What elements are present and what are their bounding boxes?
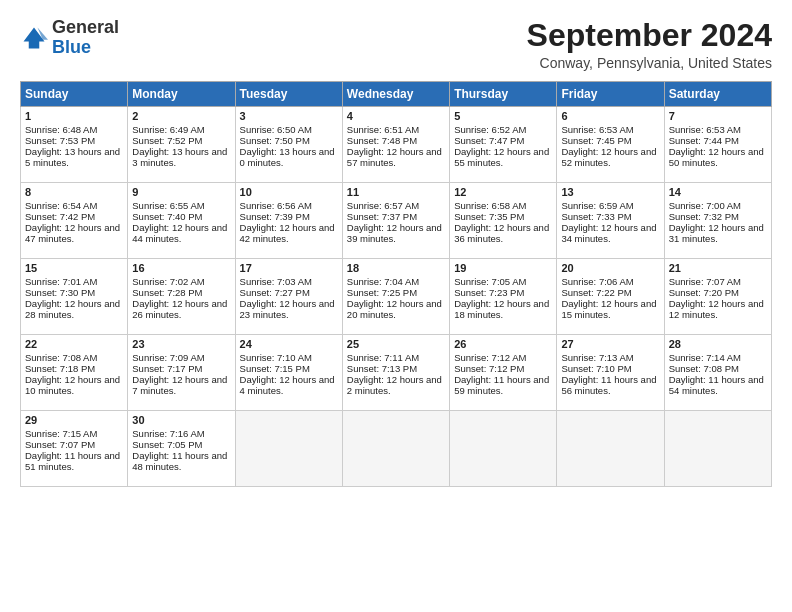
- table-row: [664, 411, 771, 487]
- day-number: 28: [669, 338, 767, 350]
- sunrise-label: Sunrise: 7:05 AM: [454, 276, 526, 287]
- sunrise-label: Sunrise: 6:53 AM: [561, 124, 633, 135]
- table-row: [235, 411, 342, 487]
- logo-icon: [20, 24, 48, 52]
- daylight-label: Daylight: 12 hours and 2 minutes.: [347, 374, 442, 396]
- table-row: 6Sunrise: 6:53 AMSunset: 7:45 PMDaylight…: [557, 107, 664, 183]
- daylight-label: Daylight: 12 hours and 26 minutes.: [132, 298, 227, 320]
- title-area: September 2024 Conway, Pennsylvania, Uni…: [527, 18, 772, 71]
- sunrise-label: Sunrise: 7:03 AM: [240, 276, 312, 287]
- table-row: 17Sunrise: 7:03 AMSunset: 7:27 PMDayligh…: [235, 259, 342, 335]
- calendar-week-4: 22Sunrise: 7:08 AMSunset: 7:18 PMDayligh…: [21, 335, 772, 411]
- sunrise-label: Sunrise: 7:04 AM: [347, 276, 419, 287]
- sunset-label: Sunset: 7:45 PM: [561, 135, 631, 146]
- daylight-label: Daylight: 12 hours and 34 minutes.: [561, 222, 656, 244]
- sunset-label: Sunset: 7:37 PM: [347, 211, 417, 222]
- table-row: 12Sunrise: 6:58 AMSunset: 7:35 PMDayligh…: [450, 183, 557, 259]
- header-saturday: Saturday: [664, 82, 771, 107]
- day-number: 22: [25, 338, 123, 350]
- day-number: 1: [25, 110, 123, 122]
- sunset-label: Sunset: 7:32 PM: [669, 211, 739, 222]
- sunset-label: Sunset: 7:05 PM: [132, 439, 202, 450]
- calendar-week-1: 1Sunrise: 6:48 AMSunset: 7:53 PMDaylight…: [21, 107, 772, 183]
- sunset-label: Sunset: 7:30 PM: [25, 287, 95, 298]
- header-wednesday: Wednesday: [342, 82, 449, 107]
- sunrise-label: Sunrise: 7:14 AM: [669, 352, 741, 363]
- calendar-week-5: 29Sunrise: 7:15 AMSunset: 7:07 PMDayligh…: [21, 411, 772, 487]
- logo-general: General: [52, 18, 119, 38]
- day-number: 29: [25, 414, 123, 426]
- sunrise-label: Sunrise: 6:50 AM: [240, 124, 312, 135]
- header-friday: Friday: [557, 82, 664, 107]
- sunset-label: Sunset: 7:20 PM: [669, 287, 739, 298]
- sunset-label: Sunset: 7:50 PM: [240, 135, 310, 146]
- sunset-label: Sunset: 7:23 PM: [454, 287, 524, 298]
- sunset-label: Sunset: 7:35 PM: [454, 211, 524, 222]
- table-row: 9Sunrise: 6:55 AMSunset: 7:40 PMDaylight…: [128, 183, 235, 259]
- month-title: September 2024: [527, 18, 772, 53]
- day-number: 2: [132, 110, 230, 122]
- daylight-label: Daylight: 13 hours and 0 minutes.: [240, 146, 335, 168]
- day-number: 19: [454, 262, 552, 274]
- sunrise-label: Sunrise: 6:51 AM: [347, 124, 419, 135]
- sunrise-label: Sunrise: 7:02 AM: [132, 276, 204, 287]
- day-number: 26: [454, 338, 552, 350]
- daylight-label: Daylight: 11 hours and 59 minutes.: [454, 374, 549, 396]
- day-number: 17: [240, 262, 338, 274]
- table-row: 1Sunrise: 6:48 AMSunset: 7:53 PMDaylight…: [21, 107, 128, 183]
- sunrise-label: Sunrise: 6:53 AM: [669, 124, 741, 135]
- table-row: 5Sunrise: 6:52 AMSunset: 7:47 PMDaylight…: [450, 107, 557, 183]
- sunset-label: Sunset: 7:15 PM: [240, 363, 310, 374]
- daylight-label: Daylight: 13 hours and 3 minutes.: [132, 146, 227, 168]
- table-row: 18Sunrise: 7:04 AMSunset: 7:25 PMDayligh…: [342, 259, 449, 335]
- table-row: 7Sunrise: 6:53 AMSunset: 7:44 PMDaylight…: [664, 107, 771, 183]
- day-number: 8: [25, 186, 123, 198]
- sunrise-label: Sunrise: 6:48 AM: [25, 124, 97, 135]
- sunrise-label: Sunrise: 7:06 AM: [561, 276, 633, 287]
- sunset-label: Sunset: 7:52 PM: [132, 135, 202, 146]
- sunrise-label: Sunrise: 7:10 AM: [240, 352, 312, 363]
- table-row: 23Sunrise: 7:09 AMSunset: 7:17 PMDayligh…: [128, 335, 235, 411]
- sunrise-label: Sunrise: 7:15 AM: [25, 428, 97, 439]
- table-row: 20Sunrise: 7:06 AMSunset: 7:22 PMDayligh…: [557, 259, 664, 335]
- sunrise-label: Sunrise: 6:49 AM: [132, 124, 204, 135]
- table-row: 16Sunrise: 7:02 AMSunset: 7:28 PMDayligh…: [128, 259, 235, 335]
- day-number: 12: [454, 186, 552, 198]
- day-number: 14: [669, 186, 767, 198]
- day-number: 7: [669, 110, 767, 122]
- sunset-label: Sunset: 7:33 PM: [561, 211, 631, 222]
- table-row: 14Sunrise: 7:00 AMSunset: 7:32 PMDayligh…: [664, 183, 771, 259]
- sunrise-label: Sunrise: 6:55 AM: [132, 200, 204, 211]
- sunset-label: Sunset: 7:44 PM: [669, 135, 739, 146]
- table-row: 10Sunrise: 6:56 AMSunset: 7:39 PMDayligh…: [235, 183, 342, 259]
- sunset-label: Sunset: 7:07 PM: [25, 439, 95, 450]
- daylight-label: Daylight: 12 hours and 36 minutes.: [454, 222, 549, 244]
- table-row: 28Sunrise: 7:14 AMSunset: 7:08 PMDayligh…: [664, 335, 771, 411]
- sunrise-label: Sunrise: 7:08 AM: [25, 352, 97, 363]
- daylight-label: Daylight: 12 hours and 52 minutes.: [561, 146, 656, 168]
- daylight-label: Daylight: 11 hours and 56 minutes.: [561, 374, 656, 396]
- header-area: General Blue September 2024 Conway, Penn…: [20, 18, 772, 71]
- sunrise-label: Sunrise: 7:16 AM: [132, 428, 204, 439]
- page: General Blue September 2024 Conway, Penn…: [0, 0, 792, 497]
- day-number: 4: [347, 110, 445, 122]
- sunset-label: Sunset: 7:13 PM: [347, 363, 417, 374]
- daylight-label: Daylight: 12 hours and 31 minutes.: [669, 222, 764, 244]
- daylight-label: Daylight: 12 hours and 15 minutes.: [561, 298, 656, 320]
- day-number: 23: [132, 338, 230, 350]
- table-row: 24Sunrise: 7:10 AMSunset: 7:15 PMDayligh…: [235, 335, 342, 411]
- sunset-label: Sunset: 7:17 PM: [132, 363, 202, 374]
- day-number: 20: [561, 262, 659, 274]
- sunset-label: Sunset: 7:12 PM: [454, 363, 524, 374]
- header-sunday: Sunday: [21, 82, 128, 107]
- sunset-label: Sunset: 7:22 PM: [561, 287, 631, 298]
- daylight-label: Daylight: 12 hours and 23 minutes.: [240, 298, 335, 320]
- daylight-label: Daylight: 12 hours and 10 minutes.: [25, 374, 120, 396]
- daylight-label: Daylight: 12 hours and 12 minutes.: [669, 298, 764, 320]
- daylight-label: Daylight: 12 hours and 39 minutes.: [347, 222, 442, 244]
- day-number: 25: [347, 338, 445, 350]
- day-number: 6: [561, 110, 659, 122]
- table-row: 8Sunrise: 6:54 AMSunset: 7:42 PMDaylight…: [21, 183, 128, 259]
- sunrise-label: Sunrise: 7:00 AM: [669, 200, 741, 211]
- logo-text: General Blue: [52, 18, 119, 58]
